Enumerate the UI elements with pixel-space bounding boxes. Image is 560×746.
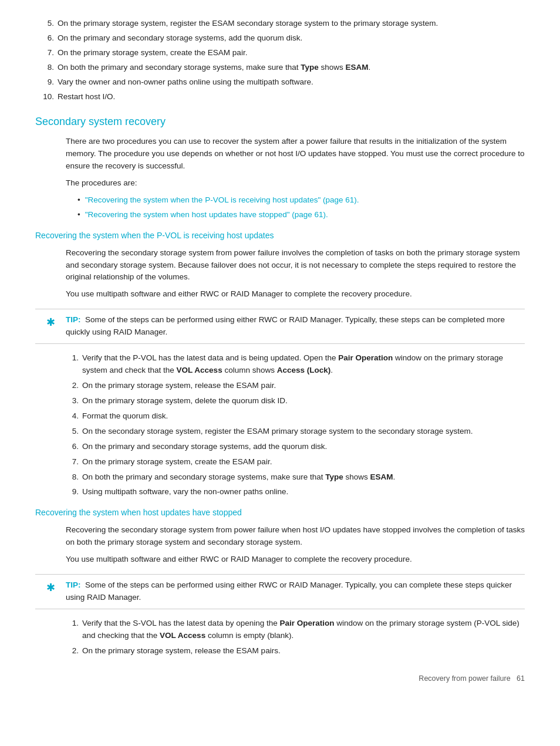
- bullet-link-1[interactable]: "Recovering the system when the P-VOL is…: [85, 194, 359, 207]
- list-item: 7. On the primary storage system, create…: [35, 47, 525, 59]
- tip-icon-2: ✱: [35, 579, 66, 596]
- step-item: 3. On the primary storage system, delete…: [66, 395, 525, 407]
- bullet-item: "Recovering the system when the P-VOL is…: [77, 194, 525, 207]
- section-bullets: "Recovering the system when the P-VOL is…: [77, 194, 525, 221]
- list-item: 6. On the primary and secondary storage …: [35, 32, 525, 45]
- page-footer: Recovery from power failure 61: [35, 673, 525, 684]
- sub1-para2: You use multipath software and either RW…: [66, 288, 525, 301]
- sub2-para1: Recovering the secondary storage system …: [66, 524, 525, 549]
- top-numbered-list: 5. On the primary storage system, regist…: [35, 18, 525, 103]
- tip-icon-1: ✱: [35, 314, 66, 331]
- list-item: 9. Vary the owner and non-owner paths on…: [35, 76, 525, 89]
- sub1-steps: 1. Verify that the P-VOL has the latest …: [66, 352, 525, 498]
- bullet-item: "Recovering the system when host updates…: [77, 209, 525, 221]
- step-item: 8. On both the primary and secondary sto…: [66, 471, 525, 484]
- section-intro2: The procedures are:: [66, 177, 525, 190]
- footer-text: Recovery from power failure 61: [419, 673, 525, 684]
- step-item: 6. On the primary and secondary storage …: [66, 441, 525, 453]
- sub1-para1: Recovering the secondary storage system …: [66, 247, 525, 284]
- tip-label-1: TIP:: [66, 315, 85, 324]
- subsection-title-1: Recovering the system when the P-VOL is …: [35, 229, 525, 242]
- subsection-title-2: Recovering the system when host updates …: [35, 507, 525, 519]
- list-item: 10. Restart host I/O.: [35, 91, 525, 103]
- step-item: 4. Format the quorum disk.: [66, 410, 525, 423]
- list-item: 5. On the primary storage system, regist…: [35, 18, 525, 30]
- tip-box-2: ✱ TIP: Some of the steps can be performe…: [35, 574, 525, 609]
- step-item: 5. On the secondary storage system, regi…: [66, 426, 525, 438]
- list-item: 8. On both the primary and secondary sto…: [35, 62, 525, 74]
- section-title: Secondary system recovery: [35, 114, 525, 130]
- tip-text-2: Some of the steps can be performed using…: [66, 580, 512, 602]
- sub2-steps: 1. Verify that the S-VOL has the latest …: [66, 617, 525, 657]
- bullet-link-2[interactable]: "Recovering the system when host updates…: [85, 209, 328, 221]
- step-item: 7. On the primary storage system, create…: [66, 456, 525, 468]
- step-item: 9. Using multipath software, vary the no…: [66, 486, 525, 498]
- step-item: 1. Verify that the S-VOL has the latest …: [66, 617, 525, 642]
- tip-content-2: TIP: Some of the steps can be performed …: [66, 579, 525, 604]
- tip-label-2: TIP:: [66, 580, 85, 589]
- step-item: 1. Verify that the P-VOL has the latest …: [66, 352, 525, 377]
- step-item: 2. On the primary storage system, releas…: [66, 380, 525, 392]
- section-intro1: There are two procedures you can use to …: [66, 136, 525, 173]
- step-item: 2. On the primary storage system, releas…: [66, 645, 525, 657]
- tip-box-1: ✱ TIP: Some of the steps can be performe…: [35, 309, 525, 344]
- tip-text-1: Some of the steps can be performed using…: [66, 315, 505, 336]
- sub2-para2: You use multipath software and either RW…: [66, 553, 525, 566]
- tip-content-1: TIP: Some of the steps can be performed …: [66, 314, 525, 339]
